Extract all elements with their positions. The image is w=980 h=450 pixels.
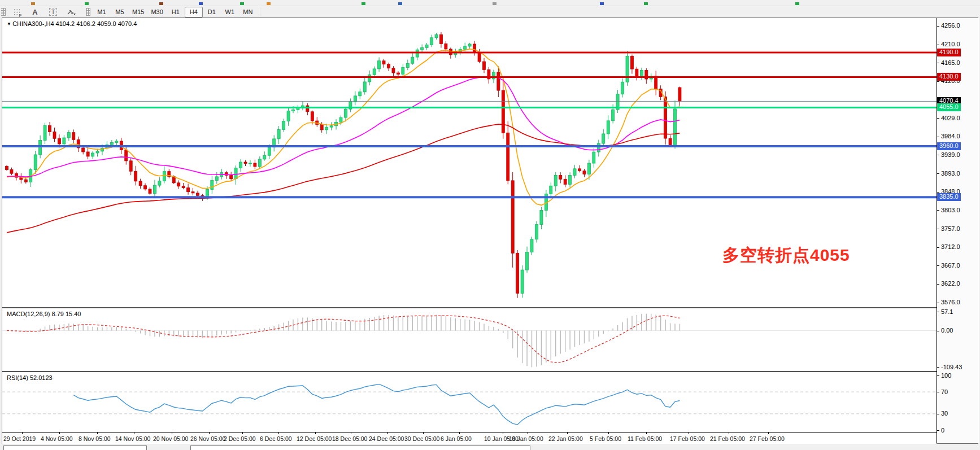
timeframe-button-w1[interactable]: W1: [221, 7, 239, 18]
candle-body: [416, 50, 419, 57]
candle-body: [268, 147, 271, 155]
price-tick: [937, 63, 939, 63]
price-label-3835.0: 3835.0: [937, 193, 961, 201]
candle-body: [359, 92, 361, 96]
clipped-icon-fragment: [795, 2, 799, 5]
date-tick: [97, 432, 98, 434]
price-tick-label: 4256.0: [941, 22, 960, 29]
indicator-line: [7, 77, 680, 177]
toolbar-separator: [260, 7, 261, 16]
candle-body: [378, 61, 381, 69]
rsi-tick: [937, 375, 939, 376]
date-label: 2 Dec 05:00: [224, 435, 256, 442]
candle-body: [526, 252, 529, 270]
price-tick: [937, 26, 939, 27]
date-label: 30 Dec 05:00: [404, 435, 439, 442]
timeframe-button-m15[interactable]: M15: [129, 7, 147, 18]
dot-grid-f-icon[interactable]: F: [8, 7, 26, 18]
timeframe-button-d1[interactable]: D1: [203, 7, 221, 18]
date-tick: [768, 432, 769, 434]
date-label: 21 Feb 05:00: [710, 435, 745, 442]
macd-tick: [937, 312, 939, 312]
price-label-3960.0: 3960.0: [937, 142, 961, 150]
price-label-4190.0: 4190.0: [937, 49, 961, 56]
timeframe-button-h1[interactable]: H1: [167, 7, 185, 18]
clipped-icon-fragment: [159, 2, 163, 5]
clipped-icon-fragment: [240, 2, 244, 5]
clipped-icon-fragment: [31, 2, 35, 5]
price-tick: [937, 45, 939, 45]
candle-body: [63, 138, 66, 144]
macd-tick-label: 0.00: [941, 327, 953, 334]
candle-body: [573, 169, 576, 176]
time-axis[interactable]: 29 Oct 20194 Nov 05:008 Nov 05:0014 Nov …: [2, 432, 937, 444]
candle-body: [244, 162, 247, 164]
timeframe-button-m5[interactable]: M5: [111, 7, 129, 18]
date-tick: [567, 432, 568, 434]
chart-annotation-text[interactable]: 多空转折点4055: [722, 244, 850, 267]
price-axis[interactable]: 4256.04210.04165.04120.04029.03984.03939…: [937, 18, 979, 443]
candle-body: [612, 110, 615, 121]
price-tick-label: 4210.0: [941, 41, 960, 47]
timeframe-button-h4[interactable]: H4: [185, 7, 203, 18]
candle-body: [483, 62, 486, 69]
candle-body: [144, 186, 147, 189]
timeframe-button-m1[interactable]: M1: [93, 7, 111, 18]
candle-body: [445, 44, 447, 49]
candle-body: [277, 129, 280, 139]
macd-tick: [937, 367, 939, 368]
date-tick: [423, 432, 424, 434]
chart-window[interactable]: ▼ CHINA300-,H4 4104.2 4106.2 4059.0 4070…: [2, 18, 978, 444]
candle-body: [43, 125, 46, 140]
toolbar-grip[interactable]: [1, 8, 6, 16]
candle-body: [182, 186, 185, 188]
macd-pane[interactable]: [2, 308, 937, 372]
date-tick: [528, 432, 528, 434]
price-tick-label: 3939.0: [941, 151, 960, 158]
candle-body: [34, 155, 37, 170]
date-tick: [646, 432, 647, 434]
date-tick: [172, 432, 172, 434]
date-tick: [459, 432, 460, 434]
date-tick: [315, 432, 316, 434]
candle-body: [674, 109, 677, 145]
chart-dropdown-icon[interactable]: ▼: [7, 21, 12, 27]
candle-body: [468, 44, 471, 46]
candle-body: [325, 127, 328, 130]
arrange-arrows-button[interactable]: [62, 7, 80, 18]
candle-body: [72, 133, 75, 140]
date-tick: [351, 432, 351, 434]
candle-body: [177, 183, 180, 186]
candle-body: [67, 133, 70, 138]
date-label: 6 Jan 05:00: [441, 435, 472, 442]
price-tick-label: 3576.0: [941, 299, 960, 305]
candle-body: [139, 181, 142, 186]
candle-body: [559, 175, 562, 179]
candle-body: [521, 270, 524, 293]
candle-body: [392, 68, 395, 73]
candle-body: [569, 176, 572, 185]
indicator-line: [7, 124, 680, 233]
timeframe-button-m30[interactable]: M30: [147, 7, 166, 18]
rsi-pane[interactable]: [2, 372, 937, 432]
text-box-button[interactable]: T: [44, 7, 62, 18]
rsi-tick: [937, 414, 939, 414]
timeframe-button-mn[interactable]: MN: [239, 7, 257, 18]
price-tick-label: 3622.0: [941, 280, 960, 287]
candle-body: [497, 72, 500, 90]
price-tick: [937, 81, 939, 82]
indicator-line: [7, 49, 680, 206]
clipped-icon-fragment: [361, 2, 365, 5]
candle-body: [234, 168, 237, 179]
candle-body: [24, 180, 27, 182]
candle-body: [535, 225, 538, 239]
candle-body: [607, 121, 609, 134]
text-label-button[interactable]: A: [26, 7, 44, 18]
candle-body: [669, 138, 672, 145]
candle-body: [306, 106, 309, 112]
toolbar-grip-2[interactable]: [86, 8, 90, 16]
price-tick-label: 4029.0: [941, 115, 960, 121]
main-toolbar: F A T M1M5M15M30H1H4D1W1MN: [0, 6, 980, 18]
macd-tick-label: 57.1: [941, 308, 953, 315]
price-tick-label: 4165.0: [941, 59, 960, 66]
